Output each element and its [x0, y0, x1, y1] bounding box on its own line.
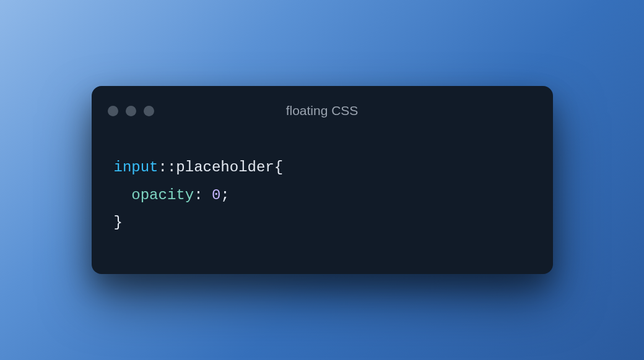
minimize-icon[interactable] — [126, 106, 136, 116]
code-line: opacity: 0; — [114, 182, 531, 209]
code-line: } — [114, 209, 531, 236]
token-colon: : — [194, 187, 202, 204]
close-icon[interactable] — [108, 106, 118, 116]
traffic-lights — [108, 106, 154, 116]
code-window: floating CSS input::placeholder{ opacity… — [92, 86, 553, 273]
token-semicolon: ; — [220, 187, 229, 204]
token-brace-close: } — [114, 214, 123, 231]
code-line: input::placeholder{ — [114, 154, 531, 181]
token-pseudo-sep: :: — [159, 159, 176, 176]
token-space — [203, 187, 212, 204]
window-title: floating CSS — [92, 103, 553, 118]
token-pseudo: placeholder — [176, 159, 274, 176]
token-selector: input — [114, 159, 159, 176]
code-editor[interactable]: input::placeholder{ opacity: 0; } — [92, 123, 553, 273]
maximize-icon[interactable] — [144, 106, 154, 116]
token-value: 0 — [212, 187, 220, 204]
window-titlebar: floating CSS — [92, 86, 553, 123]
token-brace-open: { — [274, 159, 283, 176]
token-property: opacity — [131, 187, 194, 204]
